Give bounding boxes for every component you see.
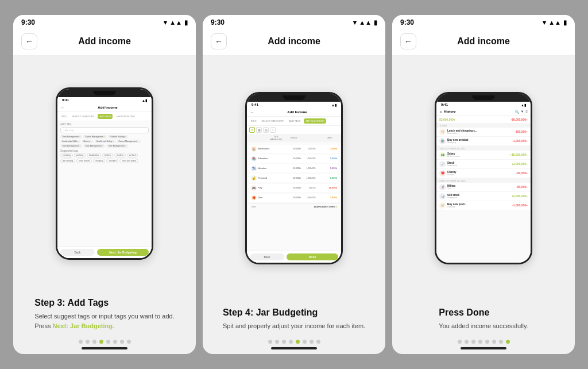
view-toggle-0[interactable]: % [249, 127, 255, 133]
tag-chip[interactable]: Career Management × [83, 135, 107, 139]
balance-row: $3,000,000+ -$6,000,000+ [436, 116, 531, 123]
pagination-dot-3[interactable] [478, 340, 482, 344]
pagination-dot-2[interactable] [282, 340, 286, 344]
wifi-icon: ▾ [543, 19, 546, 26]
jar-name: Give [258, 196, 283, 199]
jar-icon: 🎁 [251, 195, 257, 201]
pagination-dot-7[interactable] [127, 340, 131, 344]
phone-screen-content: ✕ History 🔍 ▼ ≡ $3,000,000+ -$6,000,000+… [436, 108, 531, 263]
history-item[interactable]: 📈 Stock Investment +2,000,000+ [436, 160, 531, 169]
header: ← Add income [392, 29, 575, 56]
pagination-dot-1[interactable] [465, 340, 469, 344]
pagination-dot-4[interactable] [296, 340, 300, 344]
tag-chip[interactable]: Health and Safety × [95, 140, 116, 143]
jar-after: 16,000k [317, 186, 337, 189]
tab-select-category[interactable]: SELECT CATEGORY [260, 118, 286, 124]
history-item[interactable]: 📊 Sell stock Investment +2,000,000+ [436, 192, 531, 201]
pagination-dot-2[interactable] [92, 340, 96, 344]
header: ← Add income [13, 29, 196, 56]
history-item[interactable]: 💵 Salary Active Income +15,000,000+ [436, 151, 531, 160]
tab-jar-budgeting[interactable]: JAR BUDGETING [114, 114, 136, 119]
suggested-chip[interactable]: need rework [76, 159, 92, 163]
search-icon[interactable]: 🔍 [515, 110, 519, 114]
tab-add-tags[interactable]: ADD TAGS [287, 118, 302, 124]
view-toggle-2[interactable]: ▤ [263, 127, 269, 133]
history-item[interactable]: 🛒 Buy new prod... Financial -1,000,000+ [436, 201, 531, 210]
history-item[interactable]: 🛒 Lunch and shopping c... Necessities -3… [436, 128, 531, 137]
tab-info[interactable]: INFO [249, 118, 258, 124]
tag-chip[interactable]: Broken × [82, 140, 93, 143]
done-button[interactable]: Done [287, 253, 338, 260]
pagination-dot-2[interactable] [471, 340, 475, 344]
pagination-dot-5[interactable] [113, 340, 117, 344]
tab-select-category[interactable]: SELECT CATEGORY [71, 114, 96, 119]
pagination-dot-0[interactable] [268, 340, 272, 344]
tag-chip[interactable]: Leadership Skills × [60, 140, 80, 143]
tab-add-tags[interactable]: ADD TAGS [98, 114, 113, 119]
notch-pill [472, 95, 495, 100]
suggested-chip[interactable]: random [114, 153, 126, 157]
inner-back-icon[interactable]: ← [250, 110, 254, 114]
pagination-dot-1[interactable] [275, 340, 279, 344]
back-button[interactable]: ← [21, 33, 37, 49]
filter-icon[interactable]: ▼ [521, 110, 524, 114]
close-icon[interactable]: ✕ [439, 110, 442, 114]
suggested-chip[interactable]: working [74, 153, 86, 157]
suggested-chip[interactable]: verifying [93, 159, 105, 163]
tabs-row: INFOSELECT CATEGORYADD TAGSJAR BUDGETING [247, 117, 341, 126]
pagination-dot-1[interactable] [86, 340, 90, 344]
tag-chip[interactable]: Time Management × [60, 135, 82, 139]
tab-jar-budgeting[interactable]: JAR BUDGETING [304, 118, 326, 124]
mockup-area: 9:41▲▮ ✕ History 🔍 ▼ ≡ $3,000,000+ -$6,0… [392, 56, 575, 301]
jar-pct: 3,500 50% [302, 148, 315, 150]
jar-pct: 300k 5% [302, 187, 315, 189]
history-item-category: Donate [447, 174, 514, 176]
jar-item: 🎁 Give 10,000k 1,000k 10% 1,000k [249, 194, 339, 202]
pagination-dot-0[interactable] [458, 340, 462, 344]
phone-card-done: 9:30 ▾ ▲▲ ▮ ← Add income 9:41▲▮ ✕ Histor… [392, 15, 575, 354]
pagination-dot-7[interactable] [506, 340, 510, 344]
back-step-button[interactable]: Back [60, 249, 95, 256]
sort-icon[interactable]: ≡ [525, 110, 528, 114]
tag-input[interactable]: + Add a tag [60, 127, 149, 133]
history-item-amount: +2,000,000+ [512, 162, 528, 166]
tab-info[interactable]: INFO [60, 114, 69, 119]
suggested-chip[interactable]: link missing [60, 159, 75, 163]
pagination-dot-4[interactable] [485, 340, 489, 344]
view-toggle-1[interactable]: ▦ [256, 127, 262, 133]
back-button[interactable]: ← [211, 33, 227, 49]
suggested-chip[interactable]: checked [106, 159, 118, 163]
pagination-dot-6[interactable] [310, 340, 314, 344]
back-step-button[interactable]: Back [250, 253, 284, 260]
tag-chip[interactable]: Problem Solving × [108, 135, 128, 139]
history-item[interactable]: 🛍️ Buy new product Shopping -1,000,000+ [436, 137, 531, 146]
pagination-dot-5[interactable] [492, 340, 496, 344]
jar-before: 10,000k [284, 176, 301, 179]
history-item[interactable]: 🧋 Militea Tea -80,000+ [436, 183, 531, 192]
tag-chip[interactable]: Career Management × [117, 140, 140, 143]
next-step-button[interactable]: Next: Jar Budgeting [97, 249, 149, 256]
jar-before: 10,000k [284, 147, 301, 150]
suggested-chip[interactable]: broken [102, 153, 113, 157]
status-time: 9:30 [400, 18, 414, 26]
history-item[interactable]: ❤️ Charity Donate -90,500+ [436, 169, 531, 178]
back-button[interactable]: ← [400, 33, 416, 49]
pagination-dot-3[interactable] [99, 340, 103, 344]
inner-back-icon[interactable]: ← [61, 106, 65, 110]
history-item-category: Investment [447, 164, 510, 167]
pagination-dot-6[interactable] [120, 340, 124, 344]
pagination-dot-5[interactable] [303, 340, 307, 344]
suggested-chip[interactable]: localization [87, 153, 101, 157]
pagination-dot-4[interactable] [106, 340, 110, 344]
suggested-chip[interactable]: verified [127, 153, 138, 157]
pagination-dot-7[interactable] [316, 340, 320, 344]
suggested-chip[interactable]: need plot points [119, 159, 138, 163]
pagination-dot-0[interactable] [79, 340, 83, 344]
pagination-dot-3[interactable] [289, 340, 293, 344]
tag-chip[interactable]: Time Management × [106, 144, 128, 148]
tag-chip[interactable]: Time Management × [60, 144, 82, 148]
view-toggle-3[interactable]: ↕ [270, 127, 276, 133]
tag-chip[interactable]: Time Management × [83, 144, 105, 148]
suggested-chip[interactable]: checking [60, 153, 73, 157]
pagination-dot-6[interactable] [499, 340, 503, 344]
